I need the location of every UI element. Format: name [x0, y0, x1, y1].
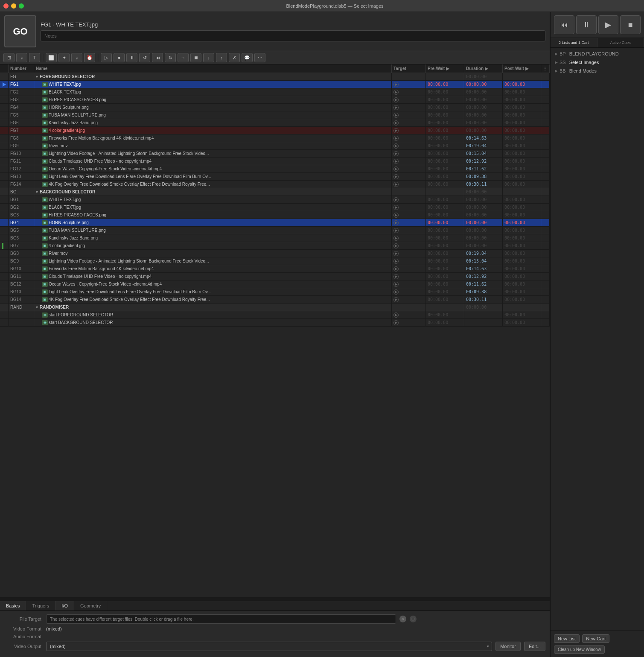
close-button[interactable] — [3, 3, 9, 9]
table-row[interactable]: BG3▣Hi RES PICASSO FACES.png▶00:00.0000:… — [0, 211, 550, 219]
go-button[interactable]: GO — [4, 15, 36, 47]
toolbar-reload-btn[interactable]: ↺ — [139, 53, 150, 62]
tab-basics-top[interactable]: Basics — [0, 601, 26, 610]
toolbar-note-btn[interactable]: ♪ — [71, 53, 82, 62]
toolbar-text-btn[interactable]: T — [29, 53, 40, 62]
toolbar-down-btn[interactable]: ↓ — [203, 53, 214, 62]
table-row[interactable]: BG13▣Light Leak Overlay Free Download Le… — [0, 288, 550, 296]
row-number: BG5 — [9, 227, 34, 234]
table-row[interactable]: ◉start FOREGROUND SELECTOR▶00:00.0000:00… — [0, 311, 550, 319]
tab-triggers-top[interactable]: Triggers — [26, 601, 55, 610]
file-target-input[interactable] — [46, 614, 396, 624]
minimize-button[interactable] — [11, 3, 16, 9]
toolbar-timer-btn[interactable]: ⏰ — [84, 53, 95, 62]
table-row[interactable]: BG7▣4 color gradient.jpg▶00:00.0000:00.0… — [0, 242, 550, 250]
toolbar-video-btn[interactable]: ⬜ — [46, 53, 57, 62]
target-play-icon: ▶ — [393, 128, 399, 133]
table-row[interactable]: FG3▣Hi RES PICASSO FACES.png▶00:00.0000:… — [0, 96, 550, 104]
toolbar-pause-btn[interactable]: ⏸ — [126, 53, 137, 62]
clean-up-btn[interactable]: Clean up New Window — [554, 645, 605, 654]
table-row[interactable]: BG8▣River.mov▶00:00.0000:19.0400:00.00 — [0, 250, 550, 257]
table-row[interactable]: BG2▣BLACK TEXT.jpg▶00:00.0000:00.0000:00… — [0, 204, 550, 211]
table-row[interactable]: BG14▣4K Fog Overlay Free Download Smoke … — [0, 296, 550, 304]
toolbar-more-btn[interactable]: ⋯ — [254, 53, 265, 62]
th-target[interactable]: Target — [392, 64, 426, 73]
toolbar-expand-btn[interactable]: ⊞ — [3, 53, 15, 62]
table-row[interactable]: FG▼ FOREGROUND SELECTOR00:00.00 — [0, 73, 550, 81]
row-target — [392, 304, 426, 311]
th-number[interactable]: Number — [9, 64, 34, 73]
toolbar-stop-btn[interactable]: ⏹ — [190, 53, 201, 62]
row-name-text: Light Leak Overlay Free Download Lens Fl… — [49, 174, 211, 179]
file-target-browse-btn[interactable]: ⊡ — [410, 616, 417, 622]
table-row[interactable]: BG12▣Ocean Waves , Copyright-Free Stock … — [0, 280, 550, 288]
row-indicator — [0, 127, 9, 134]
table-row[interactable]: FG6▣Kandinsky Jazz Band.png▶00:00.0000:0… — [0, 119, 550, 127]
table-row[interactable]: BG11▣Clouds Timelapse UHD Free Video - n… — [0, 273, 550, 280]
toolbar-comment-btn[interactable]: 💬 — [242, 53, 253, 62]
table-row[interactable]: RAND▼ RANDOMISER00:00.00 — [0, 304, 550, 311]
table-row[interactable]: BG6▣Kandinsky Jazz Band.png▶00:00.0000:0… — [0, 234, 550, 242]
toolbar-fx-btn[interactable]: ✦ — [58, 53, 70, 62]
table-row[interactable]: FG1▣WHITE TEXT.jpg▶00:00.0000:00.0000:00… — [0, 81, 550, 88]
th-name[interactable]: Name — [34, 64, 392, 73]
table-row[interactable]: FG11▣Clouds Timelapse UHD Free Video - n… — [0, 158, 550, 165]
row-indicator — [0, 165, 9, 172]
toolbar-right-btn[interactable]: → — [178, 53, 189, 62]
sidebar-item-ss[interactable]: ▶ SS Select Images — [551, 58, 644, 67]
transport-play[interactable]: ▶ — [598, 15, 619, 34]
table-row[interactable]: BG5▣TUBA MAN SCULPTURE.png▶00:00.0000:00… — [0, 227, 550, 234]
file-target-clear-btn[interactable]: ✕ — [399, 616, 406, 622]
edit-btn-top[interactable]: Edit... — [524, 642, 545, 651]
table-row[interactable]: FG9▣River.mov▶00:00.0000:19.0400:00.00 — [0, 142, 550, 150]
toolbar-audio-btn[interactable]: ♪ — [16, 53, 27, 62]
notes-input[interactable] — [41, 30, 545, 41]
toolbar-prev-btn[interactable]: ⏮ — [152, 53, 163, 62]
table-row[interactable]: FG5▣TUBA MAN SCULPTURE.png▶00:00.0000:00… — [0, 111, 550, 119]
table-row[interactable]: FG10▣Lightning Video Footage - Animated … — [0, 150, 550, 158]
video-output-select[interactable]: (mixed) — [46, 642, 492, 651]
transport-stop[interactable]: ■ — [620, 15, 641, 34]
table-row[interactable]: FG4▣HORN Sculpture.png▶00:00.0000:00.000… — [0, 104, 550, 111]
toolbar-close-btn[interactable]: ✗ — [229, 53, 240, 62]
table-row[interactable]: BG▼ BACKGROUND SELECTOR00:00.00 — [0, 188, 550, 196]
tab-io-top[interactable]: I/O — [55, 601, 74, 610]
transport-pause[interactable]: ⏸ — [576, 15, 597, 34]
sidebar-item-bb[interactable]: ▶ BB Blend Modes — [551, 67, 644, 75]
video-icon: ▣ — [42, 105, 48, 110]
maximize-button[interactable] — [19, 3, 24, 9]
tab-geometry-top[interactable]: Geometry — [74, 601, 107, 610]
table-row[interactable]: FG14▣4K Fog Overlay Free Download Smoke … — [0, 181, 550, 188]
transport-rewind[interactable]: ⏮ — [554, 15, 574, 34]
monitor-btn-top[interactable]: Monitor — [495, 642, 521, 651]
toolbar-up-btn[interactable]: ↑ — [216, 53, 227, 62]
row-name-text: Lightning Video Footage - Animated Light… — [49, 259, 209, 263]
table-row[interactable]: FG2▣BLACK TEXT.jpg▶00:00.0000:00.0000:00… — [0, 88, 550, 96]
table-row[interactable]: FG7▣4 color gradient.jpg▶00:00.0000:00.0… — [0, 127, 550, 134]
sidebar-item-bp[interactable]: ▶ BP BLEND PLAYGROUND — [551, 50, 644, 58]
row-indicator — [0, 158, 9, 165]
toolbar-next-btn[interactable]: ↻ — [165, 53, 176, 62]
table-row[interactable]: FG8▣Fireworks Free Motion Background 4K … — [0, 134, 550, 142]
table-row[interactable]: BG9▣Lightning Video Footage - Animated L… — [0, 257, 550, 265]
new-cart-btn[interactable]: New Cart — [582, 634, 609, 643]
th-duration[interactable]: Duration ▶ — [464, 64, 503, 73]
table-row[interactable]: ◉start BACKGROUND SELECTOR▶00:00.0000:00… — [0, 319, 550, 327]
toolbar-record-btn[interactable]: ● — [114, 53, 125, 62]
row-duration: 00:00.00 — [464, 219, 503, 226]
table-row[interactable]: FG13▣Light Leak Overlay Free Download Le… — [0, 173, 550, 181]
new-list-btn[interactable]: New List — [554, 634, 580, 643]
sidebar-tab-lists[interactable]: 2 Lists and 1 Cart — [551, 38, 597, 47]
table-row[interactable]: BG1▣WHITE TEXT.jpg▶00:00.0000:00.0000:00… — [0, 196, 550, 204]
sidebar-tab-active[interactable]: Active Cues — [597, 38, 644, 47]
row-duration: 00:09.38 — [464, 288, 503, 295]
row-duration: 00:00.00 — [464, 204, 503, 211]
th-postwait[interactable]: Post-Wait ▶ — [503, 64, 541, 73]
toolbar-play-btn[interactable]: ▷ — [101, 53, 112, 62]
table-row[interactable]: BG10▣Fireworks Free Motion Background 4K… — [0, 265, 550, 273]
table-row[interactable]: FG12▣Ocean Waves , Copyright-Free Stock … — [0, 165, 550, 173]
table-row[interactable]: BG4▣HORN Sculpture.png▶00:00.0000:00.000… — [0, 219, 550, 227]
horizontal-scrollbar[interactable] — [0, 597, 550, 601]
row-postwait: 00:00.00 — [503, 96, 541, 103]
th-prewait[interactable]: Pre-Wait ▶ — [426, 64, 464, 73]
